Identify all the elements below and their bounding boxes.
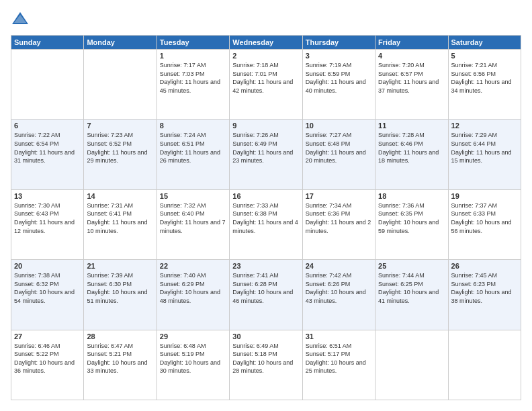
- calendar-cell: 27Sunrise: 6:46 AM Sunset: 5:22 PM Dayli…: [11, 330, 84, 400]
- calendar-cell: [448, 330, 521, 400]
- day-info: Sunrise: 7:17 AM Sunset: 7:03 PM Dayligh…: [160, 61, 226, 95]
- day-info: Sunrise: 7:36 AM Sunset: 6:35 PM Dayligh…: [378, 201, 445, 235]
- calendar-cell: 24Sunrise: 7:42 AM Sunset: 6:26 PM Dayli…: [302, 260, 375, 330]
- calendar-cell: 22Sunrise: 7:40 AM Sunset: 6:29 PM Dayli…: [157, 260, 229, 330]
- day-info: Sunrise: 7:38 AM Sunset: 6:32 PM Dayligh…: [14, 271, 81, 305]
- day-info: Sunrise: 7:41 AM Sunset: 6:28 PM Dayligh…: [232, 271, 299, 305]
- calendar-week-5: 27Sunrise: 6:46 AM Sunset: 5:22 PM Dayli…: [11, 330, 521, 400]
- calendar-cell: 21Sunrise: 7:39 AM Sunset: 6:30 PM Dayli…: [84, 260, 157, 330]
- weekday-header-row: SundayMondayTuesdayWednesdayThursdayFrid…: [11, 36, 521, 50]
- day-number: 31: [306, 332, 372, 340]
- day-info: Sunrise: 7:39 AM Sunset: 6:30 PM Dayligh…: [87, 271, 153, 305]
- calendar-cell: [375, 330, 448, 400]
- calendar-cell: 1Sunrise: 7:17 AM Sunset: 7:03 PM Daylig…: [157, 50, 229, 120]
- calendar-cell: 14Sunrise: 7:31 AM Sunset: 6:41 PM Dayli…: [84, 189, 157, 259]
- calendar-week-2: 6Sunrise: 7:22 AM Sunset: 6:54 PM Daylig…: [11, 120, 521, 189]
- day-number: 22: [160, 262, 226, 270]
- calendar-cell: 8Sunrise: 7:24 AM Sunset: 6:51 PM Daylig…: [157, 120, 229, 189]
- day-number: 1: [160, 52, 226, 60]
- day-number: 29: [160, 332, 226, 340]
- day-number: 27: [14, 332, 81, 340]
- calendar-cell: 17Sunrise: 7:34 AM Sunset: 6:36 PM Dayli…: [302, 189, 375, 259]
- calendar-cell: 2Sunrise: 7:18 AM Sunset: 7:01 PM Daylig…: [230, 50, 302, 120]
- calendar-header: SundayMondayTuesdayWednesdayThursdayFrid…: [11, 36, 521, 50]
- day-info: Sunrise: 7:23 AM Sunset: 6:52 PM Dayligh…: [87, 131, 153, 165]
- day-number: 18: [378, 192, 445, 200]
- calendar-cell: 7Sunrise: 7:23 AM Sunset: 6:52 PM Daylig…: [84, 120, 157, 189]
- day-info: Sunrise: 7:26 AM Sunset: 6:49 PM Dayligh…: [232, 131, 299, 165]
- calendar-cell: [11, 50, 84, 120]
- day-number: 6: [14, 122, 81, 130]
- day-info: Sunrise: 7:22 AM Sunset: 6:54 PM Dayligh…: [14, 131, 81, 165]
- day-number: 13: [14, 192, 81, 200]
- weekday-header-monday: Monday: [84, 36, 157, 50]
- day-number: 20: [14, 262, 81, 270]
- day-info: Sunrise: 7:40 AM Sunset: 6:29 PM Dayligh…: [160, 271, 226, 305]
- day-info: Sunrise: 7:31 AM Sunset: 6:41 PM Dayligh…: [87, 201, 153, 235]
- calendar-cell: 15Sunrise: 7:32 AM Sunset: 6:40 PM Dayli…: [157, 189, 229, 259]
- day-number: 21: [87, 262, 153, 270]
- day-info: Sunrise: 6:48 AM Sunset: 5:19 PM Dayligh…: [160, 342, 226, 375]
- weekday-header-sunday: Sunday: [11, 36, 84, 50]
- day-info: Sunrise: 7:19 AM Sunset: 6:59 PM Dayligh…: [306, 61, 372, 95]
- day-number: 30: [232, 332, 299, 340]
- day-number: 5: [451, 52, 518, 60]
- day-info: Sunrise: 6:51 AM Sunset: 5:17 PM Dayligh…: [306, 342, 372, 375]
- day-number: 24: [306, 262, 372, 270]
- calendar-cell: 3Sunrise: 7:19 AM Sunset: 6:59 PM Daylig…: [302, 50, 375, 120]
- day-info: Sunrise: 7:37 AM Sunset: 6:33 PM Dayligh…: [451, 201, 518, 235]
- calendar-cell: 4Sunrise: 7:20 AM Sunset: 6:57 PM Daylig…: [375, 50, 448, 120]
- day-number: 15: [160, 192, 226, 200]
- calendar-body: 1Sunrise: 7:17 AM Sunset: 7:03 PM Daylig…: [11, 50, 521, 400]
- calendar-cell: 31Sunrise: 6:51 AM Sunset: 5:17 PM Dayli…: [302, 330, 375, 400]
- day-info: Sunrise: 7:45 AM Sunset: 6:23 PM Dayligh…: [451, 271, 518, 305]
- day-number: 16: [232, 192, 299, 200]
- calendar-cell: 23Sunrise: 7:41 AM Sunset: 6:28 PM Dayli…: [230, 260, 302, 330]
- day-info: Sunrise: 7:30 AM Sunset: 6:43 PM Dayligh…: [14, 201, 81, 235]
- day-number: 12: [451, 122, 518, 130]
- calendar-cell: 19Sunrise: 7:37 AM Sunset: 6:33 PM Dayli…: [448, 189, 521, 259]
- day-info: Sunrise: 7:29 AM Sunset: 6:44 PM Dayligh…: [451, 131, 518, 165]
- day-info: Sunrise: 7:20 AM Sunset: 6:57 PM Dayligh…: [378, 61, 445, 95]
- calendar-week-3: 13Sunrise: 7:30 AM Sunset: 6:43 PM Dayli…: [11, 189, 521, 259]
- logo: [11, 11, 32, 30]
- calendar-cell: 10Sunrise: 7:27 AM Sunset: 6:48 PM Dayli…: [302, 120, 375, 189]
- day-number: 28: [87, 332, 153, 340]
- day-number: 11: [378, 122, 445, 130]
- day-number: 2: [232, 52, 299, 60]
- page-header: [11, 11, 521, 30]
- day-number: 25: [378, 262, 445, 270]
- calendar-cell: 9Sunrise: 7:26 AM Sunset: 6:49 PM Daylig…: [230, 120, 302, 189]
- day-info: Sunrise: 7:18 AM Sunset: 7:01 PM Dayligh…: [232, 61, 299, 95]
- weekday-header-thursday: Thursday: [302, 36, 375, 50]
- calendar-cell: 26Sunrise: 7:45 AM Sunset: 6:23 PM Dayli…: [448, 260, 521, 330]
- weekday-header-saturday: Saturday: [448, 36, 521, 50]
- calendar-cell: 18Sunrise: 7:36 AM Sunset: 6:35 PM Dayli…: [375, 189, 448, 259]
- day-number: 4: [378, 52, 445, 60]
- calendar-cell: 6Sunrise: 7:22 AM Sunset: 6:54 PM Daylig…: [11, 120, 84, 189]
- day-info: Sunrise: 6:47 AM Sunset: 5:21 PM Dayligh…: [87, 342, 153, 375]
- day-number: 26: [451, 262, 518, 270]
- weekday-header-friday: Friday: [375, 36, 448, 50]
- calendar-cell: 30Sunrise: 6:49 AM Sunset: 5:18 PM Dayli…: [230, 330, 302, 400]
- day-info: Sunrise: 7:28 AM Sunset: 6:46 PM Dayligh…: [378, 131, 445, 165]
- day-number: 3: [306, 52, 372, 60]
- day-info: Sunrise: 6:46 AM Sunset: 5:22 PM Dayligh…: [14, 342, 81, 375]
- calendar-week-4: 20Sunrise: 7:38 AM Sunset: 6:32 PM Dayli…: [11, 260, 521, 330]
- day-info: Sunrise: 7:42 AM Sunset: 6:26 PM Dayligh…: [306, 271, 372, 305]
- day-number: 9: [232, 122, 299, 130]
- calendar-cell: 29Sunrise: 6:48 AM Sunset: 5:19 PM Dayli…: [157, 330, 229, 400]
- day-info: Sunrise: 6:49 AM Sunset: 5:18 PM Dayligh…: [232, 342, 299, 375]
- weekday-header-wednesday: Wednesday: [230, 36, 302, 50]
- calendar-cell: 12Sunrise: 7:29 AM Sunset: 6:44 PM Dayli…: [448, 120, 521, 189]
- day-info: Sunrise: 7:21 AM Sunset: 6:56 PM Dayligh…: [451, 61, 518, 95]
- day-info: Sunrise: 7:27 AM Sunset: 6:48 PM Dayligh…: [306, 131, 372, 165]
- calendar-cell: 16Sunrise: 7:33 AM Sunset: 6:38 PM Dayli…: [230, 189, 302, 259]
- calendar-cell: 11Sunrise: 7:28 AM Sunset: 6:46 PM Dayli…: [375, 120, 448, 189]
- calendar-table: SundayMondayTuesdayWednesdayThursdayFrid…: [11, 35, 521, 400]
- calendar-cell: 25Sunrise: 7:44 AM Sunset: 6:25 PM Dayli…: [375, 260, 448, 330]
- calendar-cell: 20Sunrise: 7:38 AM Sunset: 6:32 PM Dayli…: [11, 260, 84, 330]
- day-number: 17: [306, 192, 372, 200]
- day-info: Sunrise: 7:44 AM Sunset: 6:25 PM Dayligh…: [378, 271, 445, 305]
- calendar-cell: 28Sunrise: 6:47 AM Sunset: 5:21 PM Dayli…: [84, 330, 157, 400]
